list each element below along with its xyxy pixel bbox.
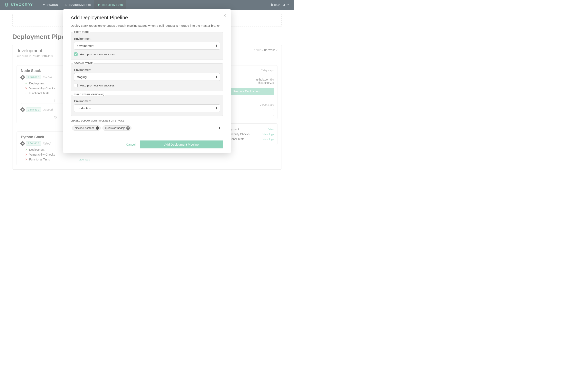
close-button[interactable]: × [223,13,226,18]
cancel-button[interactable]: Cancel [126,143,136,146]
stack-chip: quickstart-nodejs ✕ [103,125,131,131]
submit-button[interactable]: Add Deployment Pipeline [140,141,223,149]
stage-label: SECOND STAGE [73,62,94,64]
stacks-multiselect[interactable]: pipeline-frontend ✕ quickstart-nodejs ✕ … [71,124,223,132]
auto-promote-checkbox-first[interactable] [74,52,78,56]
env-label: Environment [74,99,220,103]
auto-promote-checkbox-second[interactable] [74,83,78,87]
modal-subtitle: Deploy stack repository changes through … [71,24,223,28]
env-label: Environment [74,68,220,72]
stage-label: THIRD STAGE (OPTIONAL) [73,93,105,96]
chip-remove-icon[interactable]: ✕ [96,126,99,130]
env-select-second[interactable]: staging [74,73,220,81]
stage-second: SECOND STAGE Environment staging ▲▼ Auto… [71,63,223,91]
stack-chip: pipeline-frontend ✕ [72,125,101,131]
enable-stacks-label: ENABLE DEPLOYMENT PIPELINE FOR STACKS [71,119,223,122]
modal-title: Add Deployment Pipeline [71,15,223,21]
env-select-first[interactable]: development [74,42,220,50]
env-label: Environment [74,37,220,40]
stage-label: FIRST STAGE [73,31,90,33]
stage-first: FIRST STAGE Environment development ▲▼ A… [71,32,223,60]
auto-promote-label: Auto promote on success [80,52,114,56]
chip-remove-icon[interactable]: ✕ [126,126,130,130]
env-select-third[interactable]: production [74,104,220,112]
modal-footer: Cancel Add Deployment Pipeline [71,137,223,149]
auto-promote-label: Auto promote on success [80,83,114,87]
add-pipeline-modal: × Add Deployment Pipeline Deploy stack r… [63,9,231,153]
stage-third: THIRD STAGE (OPTIONAL) Environment produ… [71,95,223,116]
select-caret-icon: ▲▼ [218,127,221,129]
